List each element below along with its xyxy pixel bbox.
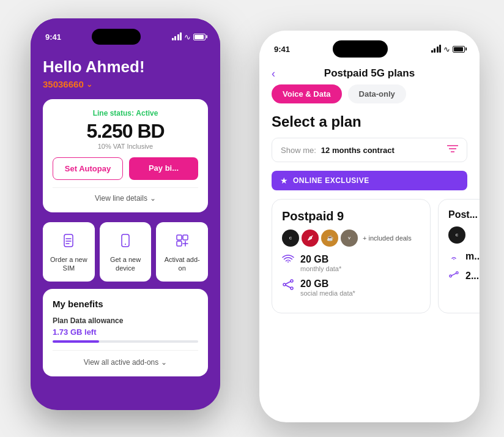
progress-bar (53, 340, 198, 343)
phone2-status-bar: 9:41 ∿ (259, 31, 480, 60)
show-me-label: Show me: (281, 146, 316, 155)
my-benefits-card: My benefits Plan Data allowance 1.73 GB … (43, 289, 208, 376)
phone1-status-icons: ∿ (172, 32, 206, 42)
social-media-feature: 20 GB social media data* (282, 278, 420, 297)
plan-data-label: Plan Data allowance (53, 316, 198, 325)
chevron-down-icon: ⌄ (150, 194, 156, 203)
chilis-logo: 🌶 (302, 230, 319, 247)
plans-list: Postpaid 9 C 🌶 ☕ V (259, 199, 480, 313)
partial-monthly-feature: m... (448, 251, 480, 264)
sim-icon (59, 231, 78, 250)
coffee-logo: ☕ (321, 230, 338, 247)
show-me-value: 12 months contract (321, 146, 442, 155)
wifi-icon (282, 255, 294, 267)
partial-wifi-icon (448, 252, 459, 264)
social-media-info: 20 GB social media data* (300, 278, 355, 297)
tab-voice-data[interactable]: Voice & Data (272, 84, 342, 103)
online-exclusive-text: ONLINE EXCLUSIVE (293, 176, 369, 185)
plan-card-postpaid9[interactable]: Postpaid 9 C 🌶 ☕ V (272, 199, 431, 313)
svg-rect-5 (177, 241, 182, 246)
phone1-notch (92, 29, 141, 45)
addon-icon (172, 231, 192, 250)
filter-icon (447, 144, 458, 155)
quick-actions: Order a new SIM Get a new device (43, 222, 208, 282)
phone1-header-content: Hello Ahmed! 35036660 ⌄ Line status: Act… (31, 48, 220, 389)
monthly-data-feature: 20 GB monthly data* (282, 254, 420, 272)
plan-name: Postpaid 9 (282, 209, 420, 223)
plan-tabs: Voice & Data Data-only (259, 84, 480, 103)
phone2-header: ‹ Postpaid 5G plans (259, 60, 480, 84)
order-sim-action[interactable]: Order a new SIM (43, 222, 95, 282)
deals-row: C 🌶 ☕ V + included deals (282, 230, 420, 247)
tab-data-only[interactable]: Data-only (348, 84, 406, 103)
scene: 9:41 ∿ Hello Ahmed! 35036660 ⌄ (0, 0, 504, 437)
vat-text: 10% VAT Inclusive (53, 143, 198, 150)
svg-rect-4 (183, 235, 188, 240)
select-plan-title: Select a plan (259, 113, 480, 138)
get-device-label: Get a new device (105, 255, 147, 273)
get-device-action[interactable]: Get a new device (100, 222, 152, 282)
progress-bar-fill (53, 340, 99, 343)
svg-point-2 (125, 244, 126, 245)
partial-share-icon (448, 271, 459, 284)
phone2: 9:41 ∿ ‹ Postpaid 5G plans Voi (259, 31, 480, 422)
back-button[interactable]: ‹ (272, 67, 275, 80)
svg-rect-3 (177, 235, 182, 240)
show-me-filter[interactable]: Show me: 12 months contract (272, 138, 467, 162)
line-status: Line status: Active (53, 109, 198, 118)
phone1: 9:41 ∿ Hello Ahmed! 35036660 ⌄ (31, 18, 220, 410)
view-addons-link[interactable]: View all active add-ons ⌄ (53, 350, 198, 367)
partial-social-feature: 2... (448, 271, 480, 284)
chevron-down-icon: ⌄ (86, 80, 92, 89)
phone2-signal-icon (431, 45, 442, 53)
autopay-button[interactable]: Set Autopay (53, 157, 123, 180)
phone2-wifi-icon: ∿ (443, 45, 450, 54)
phone1-signal-icon (172, 33, 182, 40)
online-exclusive-badge: ★ ONLINE EXCLUSIVE (272, 171, 467, 190)
phone2-notch (333, 40, 388, 58)
balance-card: Line status: Active 5.250 BD 10% VAT Inc… (43, 99, 208, 212)
phone2-status-icons: ∿ (431, 45, 465, 54)
svg-rect-0 (64, 234, 73, 247)
partial-plan-name: Post... (448, 209, 480, 220)
phone1-battery-icon (193, 34, 206, 40)
cinepolis-logo: C (282, 230, 299, 247)
star-icon: ★ (280, 176, 288, 185)
plan-data-left: 1.73 GB left (53, 327, 198, 337)
activate-addon-label: Activat add-on (161, 255, 203, 273)
plan-card-partial: Post... C m... (438, 199, 480, 313)
partial-cinepolis-logo: C (448, 226, 465, 244)
phone-number: 35036660 ⌄ (43, 79, 208, 89)
balance-amount: 5.250 BD (53, 120, 198, 143)
chevron-down-icon: ⌄ (161, 358, 167, 367)
action-buttons: Set Autopay Pay bi... (53, 157, 198, 180)
activate-addon-action[interactable]: Activat add-on (156, 222, 208, 282)
monthly-data-info: 20 GB monthly data* (300, 254, 341, 272)
phone1-wifi-icon: ∿ (184, 32, 191, 42)
page-title: Postpaid 5G plans (324, 67, 415, 80)
paybill-button[interactable]: Pay bi... (129, 157, 198, 180)
phone1-time: 9:41 (45, 32, 61, 42)
included-deals-text: + included deals (363, 234, 412, 242)
view-line-details-link[interactable]: View line details ⌄ (53, 187, 198, 203)
share-icon (282, 279, 294, 293)
greeting: Hello Ahmed! (43, 58, 208, 77)
partial-deals-row: C (448, 226, 480, 244)
phone1-status-bar: 9:41 ∿ (31, 18, 220, 48)
phone2-battery-icon (453, 46, 465, 53)
my-benefits-title: My benefits (53, 299, 198, 309)
device-icon (116, 231, 135, 250)
vapiano-logo: V (341, 230, 358, 247)
phone2-time: 9:41 (274, 45, 290, 54)
order-sim-label: Order a new SIM (48, 255, 90, 273)
